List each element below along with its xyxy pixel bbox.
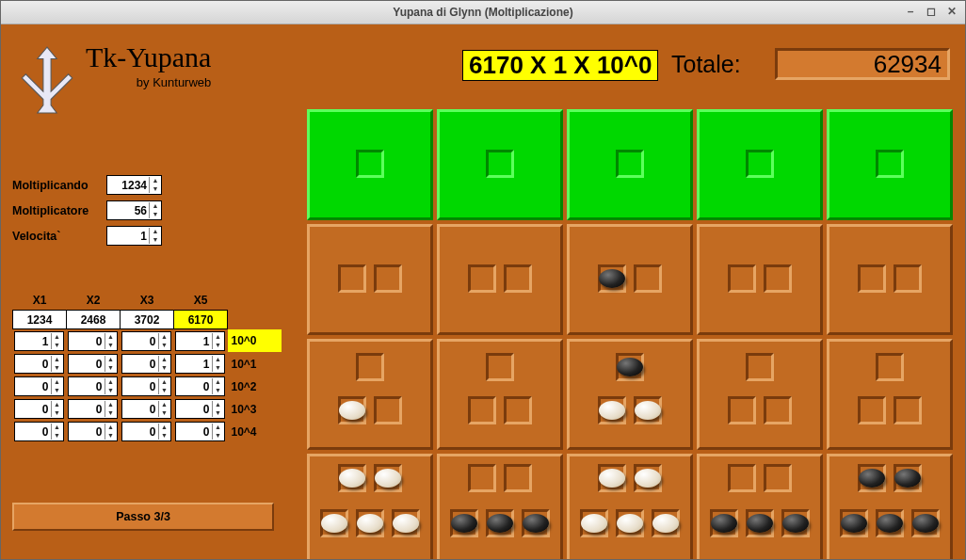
spin-down-icon[interactable]: ▼	[105, 364, 117, 373]
sheet-spin[interactable]: ▲▼	[68, 354, 118, 374]
spin-Moltiplicatore[interactable]: ▲▼	[106, 200, 162, 220]
spin-down-icon[interactable]: ▼	[213, 409, 224, 418]
yupana-cell[interactable]	[307, 109, 433, 220]
sheet-spin[interactable]: ▲▼	[175, 399, 225, 419]
spin-up-icon[interactable]: ▲	[159, 401, 170, 409]
slot[interactable]	[634, 264, 662, 293]
slot[interactable]	[486, 353, 514, 381]
yupana-cell[interactable]	[307, 224, 433, 335]
sheet-spin[interactable]: ▲▼	[68, 422, 118, 441]
spin-up-icon[interactable]: ▲	[159, 378, 170, 387]
yupana-cell[interactable]	[437, 339, 563, 450]
spin-up-icon[interactable]: ▲	[52, 356, 63, 364]
sheet-input[interactable]	[15, 424, 51, 440]
yupana-cell[interactable]	[827, 454, 953, 559]
spin-up-icon[interactable]: ▲	[105, 356, 117, 364]
slot[interactable]	[486, 150, 514, 178]
sheet-input[interactable]	[69, 333, 105, 349]
sheet-input[interactable]	[69, 401, 105, 417]
sheet-spin[interactable]: ▲▼	[14, 354, 64, 374]
spin-Velocita`[interactable]: ▲▼	[106, 226, 162, 246]
sheet-spin[interactable]: ▲▼	[14, 331, 64, 351]
sheet-spin[interactable]: ▲▼	[14, 399, 64, 419]
spin-up-icon[interactable]: ▲	[105, 424, 117, 432]
slot[interactable]	[894, 264, 922, 293]
spin-down-icon[interactable]: ▼	[105, 387, 117, 395]
slot[interactable]	[616, 150, 644, 178]
slot[interactable]	[504, 396, 532, 424]
spin-down-icon[interactable]: ▼	[52, 409, 63, 418]
sheet-spin[interactable]: ▲▼	[175, 331, 225, 351]
spin-up-icon[interactable]: ▲	[105, 401, 117, 409]
spin-down-icon[interactable]: ▼	[213, 364, 224, 373]
sheet-spin[interactable]: ▲▼	[121, 422, 171, 441]
sheet-input[interactable]	[176, 424, 212, 440]
spin-up-icon[interactable]: ▲	[159, 424, 170, 432]
slot[interactable]	[894, 396, 922, 424]
spin-up-icon[interactable]: ▲	[105, 333, 117, 342]
spin-down-icon[interactable]: ▼	[159, 364, 170, 373]
yupana-cell[interactable]	[567, 454, 693, 559]
spin-up-icon[interactable]: ▲	[150, 177, 161, 185]
minimize-icon[interactable]: –	[903, 4, 918, 19]
sheet-spin[interactable]: ▲▼	[175, 376, 225, 396]
yupana-cell[interactable]	[827, 109, 953, 220]
sheet-spin[interactable]: ▲▼	[175, 422, 225, 441]
yupana-cell[interactable]	[437, 224, 563, 335]
spin-down-icon[interactable]: ▼	[52, 432, 63, 440]
sheet-spin[interactable]: ▲▼	[175, 354, 225, 374]
sheet-spin[interactable]: ▲▼	[121, 354, 171, 374]
slot[interactable]	[338, 264, 366, 293]
sheet-input[interactable]	[122, 356, 158, 372]
slot[interactable]	[858, 396, 886, 424]
spin-up-icon[interactable]: ▲	[213, 424, 224, 432]
spin-down-icon[interactable]: ▼	[213, 387, 224, 395]
slot[interactable]	[746, 150, 774, 178]
sheet-spin[interactable]: ▲▼	[68, 376, 118, 396]
sheet-input[interactable]	[122, 378, 158, 394]
yupana-cell[interactable]	[697, 224, 823, 335]
sheet-input[interactable]	[122, 424, 158, 440]
slot[interactable]	[764, 396, 792, 424]
slot[interactable]	[764, 464, 792, 492]
spin-up-icon[interactable]: ▲	[52, 424, 63, 432]
slot[interactable]	[504, 464, 532, 492]
spin-up-icon[interactable]: ▲	[213, 333, 224, 342]
input-Velocita`[interactable]	[107, 228, 149, 244]
sheet-input[interactable]	[176, 378, 212, 394]
sheet-input[interactable]	[69, 378, 105, 394]
sheet-spin[interactable]: ▲▼	[68, 331, 118, 351]
slot[interactable]	[374, 264, 402, 293]
sheet-input[interactable]	[122, 401, 158, 417]
spin-up-icon[interactable]: ▲	[159, 356, 170, 364]
spin-up-icon[interactable]: ▲	[159, 333, 170, 342]
sheet-input[interactable]	[15, 356, 51, 372]
spin-Moltiplicando[interactable]: ▲▼	[106, 175, 162, 195]
close-icon[interactable]: ✕	[944, 4, 959, 19]
slot[interactable]	[468, 396, 496, 424]
spin-down-icon[interactable]: ▼	[52, 387, 63, 395]
slot[interactable]	[764, 264, 792, 293]
slot[interactable]	[858, 264, 886, 293]
spin-down-icon[interactable]: ▼	[105, 342, 117, 350]
sheet-input[interactable]	[69, 356, 105, 372]
slot[interactable]	[728, 464, 756, 492]
spin-down-icon[interactable]: ▼	[150, 211, 161, 219]
slot[interactable]	[356, 353, 384, 381]
yupana-cell[interactable]	[567, 224, 693, 335]
sheet-input[interactable]	[15, 378, 51, 394]
sheet-spin[interactable]: ▲▼	[14, 376, 64, 396]
sheet-spin[interactable]: ▲▼	[14, 422, 64, 441]
slot[interactable]	[374, 396, 402, 424]
yupana-cell[interactable]	[437, 109, 563, 220]
spin-down-icon[interactable]: ▼	[159, 409, 170, 418]
spin-down-icon[interactable]: ▼	[52, 342, 63, 350]
spin-up-icon[interactable]: ▲	[52, 401, 63, 409]
spin-down-icon[interactable]: ▼	[105, 432, 117, 440]
sheet-input[interactable]	[176, 356, 212, 372]
spin-up-icon[interactable]: ▲	[213, 356, 224, 364]
sheet-spin[interactable]: ▲▼	[121, 399, 171, 419]
spin-up-icon[interactable]: ▲	[52, 378, 63, 387]
sheet-spin[interactable]: ▲▼	[68, 399, 118, 419]
yupana-cell[interactable]	[567, 339, 693, 450]
